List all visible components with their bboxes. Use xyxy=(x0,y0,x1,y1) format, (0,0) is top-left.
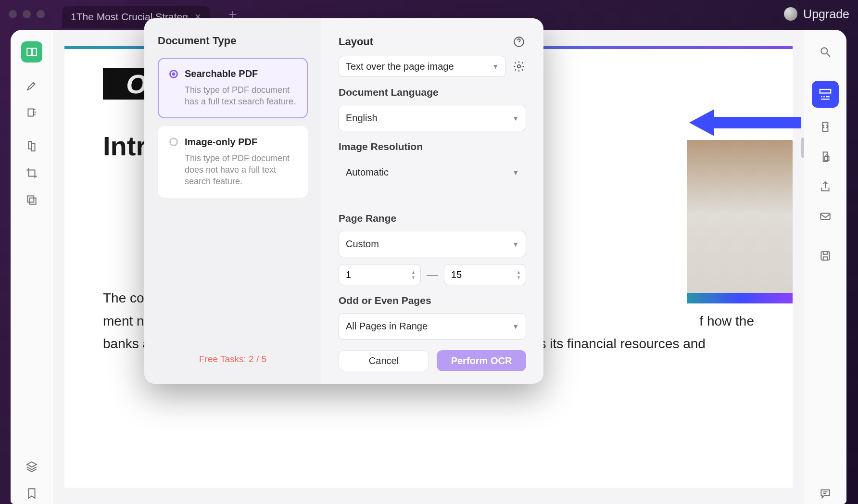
range-to-value: 15 xyxy=(451,269,517,280)
range-from-input[interactable]: 1 ▲▼ xyxy=(339,264,421,285)
window-controls xyxy=(9,10,45,18)
highlighter-icon[interactable] xyxy=(21,75,42,96)
callout-arrow xyxy=(689,109,801,136)
chevron-down-icon: ▼ xyxy=(512,114,519,122)
document-type-heading: Document Type xyxy=(158,35,308,47)
ocr-icon[interactable] xyxy=(812,81,839,108)
layout-heading: Layout xyxy=(339,36,373,48)
modal-right-panel: Layout Text over the page image ▼ Docume… xyxy=(321,18,543,384)
share-icon[interactable] xyxy=(815,176,836,197)
modal-left-panel: Document Type Searchable PDF This type o… xyxy=(144,18,321,384)
radio-icon xyxy=(169,138,178,146)
comment-icon[interactable] xyxy=(815,483,836,504)
option-desc: This type of PDF document does not have … xyxy=(169,152,296,188)
layout-select[interactable]: Text over the page image ▼ xyxy=(339,56,506,77)
resolution-heading: Image Resolution xyxy=(339,141,526,152)
svg-rect-4 xyxy=(825,157,829,161)
odd-even-select[interactable]: All Pages in Range ▼ xyxy=(339,313,526,340)
search-icon[interactable] xyxy=(815,41,836,63)
range-dash: — xyxy=(427,268,438,281)
traffic-close[interactable] xyxy=(9,10,17,18)
resolution-select[interactable]: Automatic ▼ xyxy=(339,159,526,186)
protect-icon[interactable] xyxy=(815,146,836,167)
option-title: Image-only PDF xyxy=(185,137,257,148)
mail-icon[interactable] xyxy=(815,206,836,227)
resolution-value: Automatic xyxy=(346,167,389,178)
upgrade-label: Upgrade xyxy=(803,7,849,21)
ocr-modal: Document Type Searchable PDF This type o… xyxy=(144,18,543,384)
convert-icon[interactable] xyxy=(815,116,836,138)
layers-icon[interactable] xyxy=(21,456,42,477)
range-to-input[interactable]: 15 ▲▼ xyxy=(444,264,526,285)
avatar xyxy=(784,7,797,21)
svg-rect-1 xyxy=(30,198,36,204)
language-heading: Document Language xyxy=(339,87,526,98)
svg-rect-0 xyxy=(27,196,34,202)
page-embedded-image xyxy=(687,140,793,303)
svg-rect-3 xyxy=(820,89,831,93)
free-tasks-counter: Free Tasks: 2 / 5 xyxy=(158,354,308,367)
right-toolbar xyxy=(804,30,846,504)
traffic-minimize[interactable] xyxy=(23,10,31,18)
stepper-up-icon[interactable]: ▲ xyxy=(517,270,521,275)
option-desc: This type of PDF document has a full tex… xyxy=(169,84,296,108)
upgrade-button[interactable]: Upgrade xyxy=(784,7,849,21)
save-icon[interactable] xyxy=(815,245,836,266)
compare-docs-icon[interactable] xyxy=(21,136,42,157)
stepper-down-icon[interactable]: ▼ xyxy=(517,275,521,280)
help-icon[interactable] xyxy=(512,35,526,49)
language-select[interactable]: English ▼ xyxy=(339,105,526,131)
chevron-down-icon: ▼ xyxy=(512,323,519,330)
reader-mode-icon[interactable] xyxy=(21,41,42,63)
option-image-only-pdf[interactable]: Image-only PDF This type of PDF document… xyxy=(158,126,308,198)
chevron-down-icon: ▼ xyxy=(512,240,519,248)
crop-icon[interactable] xyxy=(21,163,42,184)
range-from-value: 1 xyxy=(346,269,411,280)
cancel-button[interactable]: Cancel xyxy=(339,350,429,371)
perform-ocr-button[interactable]: Perform OCR xyxy=(437,350,526,371)
option-searchable-pdf[interactable]: Searchable PDF This type of PDF document… xyxy=(158,58,308,118)
page-range-select[interactable]: Custom ▼ xyxy=(339,231,526,257)
odd-even-heading: Odd or Even Pages xyxy=(339,295,526,306)
svg-rect-6 xyxy=(821,252,829,260)
bookmark-icon[interactable] xyxy=(21,483,42,504)
radio-icon xyxy=(169,70,178,78)
language-value: English xyxy=(346,113,378,124)
pages-icon[interactable] xyxy=(21,189,42,211)
option-title: Searchable PDF xyxy=(185,68,258,79)
layout-settings-icon[interactable] xyxy=(512,59,526,74)
traffic-zoom[interactable] xyxy=(37,10,45,18)
page-range-heading: Page Range xyxy=(339,213,526,224)
stepper-down-icon[interactable]: ▼ xyxy=(411,275,416,280)
svg-rect-5 xyxy=(820,214,830,220)
signature-icon[interactable] xyxy=(21,102,42,123)
chevron-down-icon: ▼ xyxy=(492,63,499,70)
stepper-up-icon[interactable]: ▲ xyxy=(411,270,416,275)
svg-point-2 xyxy=(821,48,827,54)
svg-point-8 xyxy=(517,65,521,68)
chevron-down-icon: ▼ xyxy=(512,169,519,176)
left-toolbar xyxy=(11,30,53,504)
odd-even-value: All Pages in Range xyxy=(346,321,428,332)
page-range-value: Custom xyxy=(346,239,379,250)
layout-value: Text over the page image xyxy=(346,61,454,72)
